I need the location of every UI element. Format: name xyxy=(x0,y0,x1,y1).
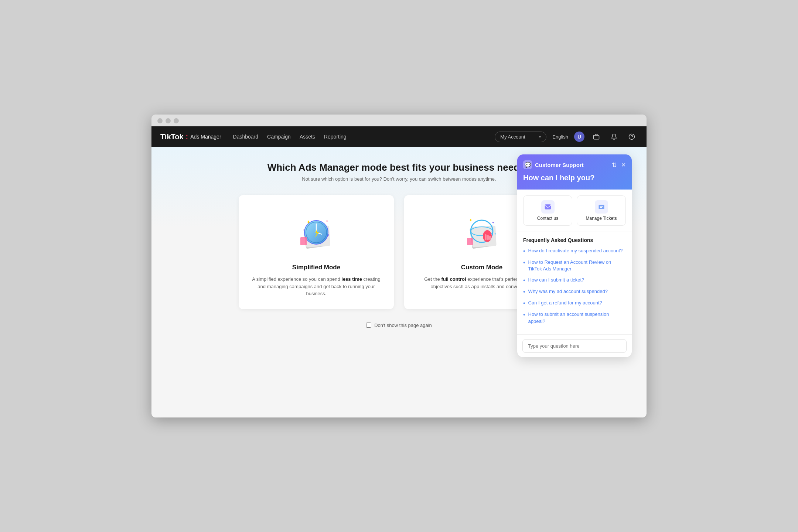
support-header-actions: ⇅ ✕ xyxy=(612,161,626,168)
dont-show-label: Don't show this page again xyxy=(374,323,432,328)
contact-icon xyxy=(541,200,555,214)
logo-colon: : xyxy=(186,133,188,141)
close-btn[interactable] xyxy=(157,118,163,123)
svg-rect-30 xyxy=(600,206,603,207)
custom-mode-title: Custom Mode xyxy=(461,264,502,271)
faq-link-2[interactable]: How can I submit a ticket? xyxy=(528,277,584,283)
custom-mode-icon: ✦ ✦ ✦ xyxy=(458,208,506,256)
dont-show-container: Don't show this page again xyxy=(366,323,432,328)
svg-rect-21 xyxy=(485,234,487,240)
simplified-mode-icon: ✦ ✦ ✦ xyxy=(292,208,340,256)
tickets-icon xyxy=(595,200,608,214)
svg-text:✦: ✦ xyxy=(306,219,311,225)
help-icon[interactable] xyxy=(626,131,638,143)
chevron-down-icon: ▾ xyxy=(539,135,541,139)
main-content: Which Ads Manager mode best fits your bu… xyxy=(151,147,647,417)
faq-item-5[interactable]: • How to submit an account suspension ap… xyxy=(523,311,626,324)
faq-dot-2: • xyxy=(523,277,525,284)
support-input-area xyxy=(517,334,632,357)
faq-dot-3: • xyxy=(523,289,525,295)
svg-rect-28 xyxy=(545,204,551,209)
logo: TikTok : Ads Manager xyxy=(160,133,221,141)
svg-rect-27 xyxy=(467,238,473,245)
support-input[interactable] xyxy=(522,339,627,353)
faq-link-4[interactable]: Can I get a refund for my account? xyxy=(528,300,602,306)
nav-right-section: My Account ▾ English U xyxy=(495,131,638,143)
svg-text:✦: ✦ xyxy=(492,221,495,225)
account-label: My Account xyxy=(500,134,525,140)
logo-tiktok-text: TikTok xyxy=(160,133,184,141)
nav-dashboard[interactable]: Dashboard xyxy=(233,132,259,141)
svg-text:✦: ✦ xyxy=(469,218,473,223)
dont-show-checkbox[interactable] xyxy=(366,323,371,328)
manage-tickets-button[interactable]: Manage Tickets xyxy=(577,195,626,226)
svg-text:✦: ✦ xyxy=(494,232,497,236)
faq-link-1[interactable]: How to Request an Account Review on TikT… xyxy=(528,259,626,272)
customer-support-panel: 💬 Customer Support ⇅ ✕ How can I help yo… xyxy=(517,154,632,357)
simplified-mode-card[interactable]: ✦ ✦ ✦ Simplified Mode A simplified exper… xyxy=(239,195,394,309)
account-dropdown[interactable]: My Account ▾ xyxy=(495,132,546,142)
support-header: 💬 Customer Support ⇅ ✕ How can I help yo… xyxy=(517,154,632,190)
faq-dot-0: • xyxy=(523,248,525,255)
faq-item-1[interactable]: • How to Request an Account Review on Ti… xyxy=(523,259,626,272)
svg-rect-29 xyxy=(598,205,604,209)
support-header-top: 💬 Customer Support ⇅ ✕ xyxy=(523,160,626,169)
faq-dot-1: • xyxy=(523,259,525,266)
contact-us-label: Contact us xyxy=(537,216,558,221)
maximize-btn[interactable] xyxy=(174,118,179,123)
avatar: U xyxy=(574,132,584,142)
browser-content: TikTok : Ads Manager Dashboard Campaign … xyxy=(151,126,647,417)
simplified-mode-title: Simplified Mode xyxy=(292,264,340,271)
faq-item-2[interactable]: • How can I submit a ticket? xyxy=(523,277,626,284)
svg-text:✦: ✦ xyxy=(327,233,330,237)
mode-cards-container: ✦ ✦ ✦ Simplified Mode A simplified exper… xyxy=(239,195,559,309)
nav-links: Dashboard Campaign Assets Reporting xyxy=(233,132,483,141)
resize-icon[interactable]: ⇅ xyxy=(612,161,617,168)
page-title: Which Ads Manager mode best fits your bu… xyxy=(267,162,531,173)
language-button[interactable]: English xyxy=(552,134,568,140)
logo-ads-manager-text: Ads Manager xyxy=(190,134,221,140)
faq-section: Frequently Asked Questions • How do I re… xyxy=(517,232,632,334)
faq-item-3[interactable]: • Why was my ad account suspended? xyxy=(523,288,626,295)
support-help-text: How can I help you? xyxy=(523,174,626,182)
svg-rect-14 xyxy=(300,237,307,245)
close-support-icon[interactable]: ✕ xyxy=(621,161,626,168)
manage-tickets-label: Manage Tickets xyxy=(586,216,617,221)
nav-campaign[interactable]: Campaign xyxy=(267,132,291,141)
support-title-text: Customer Support xyxy=(535,162,584,168)
support-actions: Contact us Manage Tickets xyxy=(517,190,632,232)
svg-rect-22 xyxy=(487,235,489,240)
browser-chrome xyxy=(151,115,647,126)
faq-link-3[interactable]: Why was my ad account suspended? xyxy=(528,288,608,295)
faq-title: Frequently Asked Questions xyxy=(523,237,626,243)
svg-text:✦: ✦ xyxy=(325,219,328,223)
top-navigation: TikTok : Ads Manager Dashboard Campaign … xyxy=(151,126,647,147)
chat-icon: 💬 xyxy=(523,160,532,169)
svg-rect-23 xyxy=(489,236,491,240)
svg-rect-0 xyxy=(594,135,599,139)
faq-dot-5: • xyxy=(523,311,525,318)
faq-dot-4: • xyxy=(523,300,525,307)
bell-icon[interactable] xyxy=(608,131,620,143)
faq-link-5[interactable]: How to submit an account suspension appe… xyxy=(528,311,626,324)
faq-item-4[interactable]: • Can I get a refund for my account? xyxy=(523,300,626,307)
page-subtitle: Not sure which option is best for you? D… xyxy=(302,176,496,182)
faq-item-0[interactable]: • How do I reactivate my suspended accou… xyxy=(523,248,626,255)
minimize-btn[interactable] xyxy=(166,118,171,123)
contact-us-button[interactable]: Contact us xyxy=(523,195,572,226)
browser-window: TikTok : Ads Manager Dashboard Campaign … xyxy=(151,115,647,417)
nav-reporting[interactable]: Reporting xyxy=(324,132,347,141)
browser-buttons xyxy=(157,118,641,123)
simplified-mode-desc: A simplified experience so you can spend… xyxy=(249,276,383,297)
nav-assets[interactable]: Assets xyxy=(300,132,315,141)
faq-link-0[interactable]: How do I reactivate my suspended account… xyxy=(528,248,623,254)
briefcase-icon[interactable] xyxy=(590,131,602,143)
svg-rect-31 xyxy=(600,207,602,208)
support-title: 💬 Customer Support xyxy=(523,160,584,169)
